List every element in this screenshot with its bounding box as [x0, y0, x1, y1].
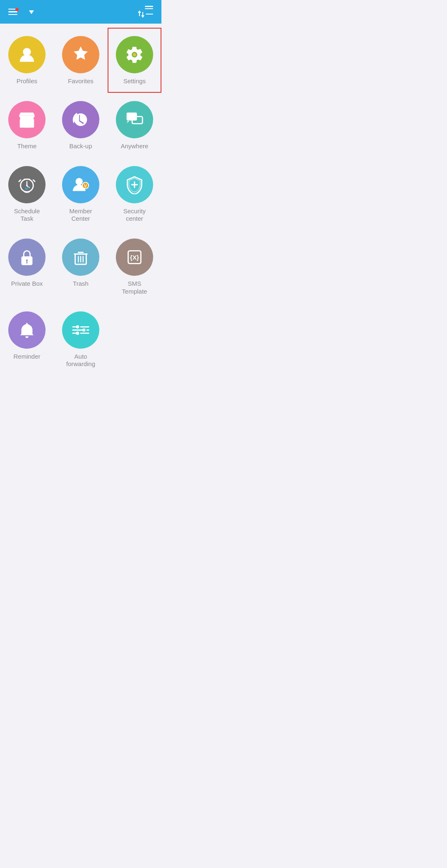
svg-point-14	[76, 178, 83, 185]
reminder-label: Reminder	[13, 353, 40, 361]
security-center-label: Securitycenter	[123, 207, 146, 223]
sort-arrows	[138, 10, 153, 18]
menu-item-trash[interactable]: Trash	[54, 230, 108, 303]
backup-icon	[62, 101, 99, 138]
menu-item-security-center[interactable]: Securitycenter	[108, 158, 161, 231]
anywhere-icon	[116, 101, 153, 138]
schedule-task-icon	[8, 166, 46, 203]
menu-item-anywhere[interactable]: Anywhere	[108, 93, 161, 158]
hamburger-menu-button[interactable]	[8, 9, 17, 15]
schedule-task-label: ScheduleTask	[14, 207, 40, 223]
menu-item-backup[interactable]: Back-up	[54, 93, 108, 158]
menu-item-schedule-task[interactable]: ScheduleTask	[0, 158, 54, 231]
favorites-label: Favorites	[68, 77, 94, 85]
private-box-label: Private Box	[11, 280, 43, 288]
trash-label: Trash	[73, 280, 89, 288]
svg-text:{X}: {X}	[130, 254, 139, 261]
menu-grid: ProfilesFavoritesSettingsThemeBack-upAny…	[0, 24, 161, 380]
svg-point-13	[26, 185, 28, 186]
svg-text:V: V	[84, 183, 87, 188]
menu-item-profiles[interactable]: Profiles	[0, 28, 54, 93]
menu-item-theme[interactable]: Theme	[0, 93, 54, 158]
sms-template-label: SMSTemplate	[122, 280, 147, 296]
trash-icon	[62, 239, 99, 276]
notification-dot	[15, 8, 19, 11]
security-center-icon	[116, 166, 153, 203]
member-center-label: MemberCenter	[69, 207, 92, 223]
member-center-icon: V	[62, 166, 99, 203]
theme-icon	[8, 101, 46, 138]
menu-item-favorites[interactable]: Favorites	[54, 28, 108, 93]
menu-item-reminder[interactable]: Reminder	[0, 303, 54, 376]
menu-item-auto-forwarding[interactable]: Autoforwarding	[54, 303, 108, 376]
favorites-icon	[62, 36, 99, 73]
anywhere-label: Anywhere	[121, 142, 149, 150]
hamburger-line	[8, 11, 17, 12]
sort-line	[145, 8, 153, 10]
hamburger-line	[8, 14, 17, 15]
reminder-icon	[8, 311, 46, 349]
menu-item-member-center[interactable]: VMemberCenter	[54, 158, 108, 231]
sort-button[interactable]	[138, 6, 153, 18]
svg-rect-8	[24, 122, 29, 128]
sort-arrows-icon	[138, 10, 144, 18]
app-header	[0, 0, 161, 24]
svg-marker-1	[141, 15, 144, 18]
svg-rect-4	[146, 14, 153, 14]
auto-forwarding-label: Autoforwarding	[66, 353, 95, 369]
backup-label: Back-up	[69, 142, 92, 150]
svg-point-9	[73, 117, 75, 119]
svg-marker-0	[138, 10, 141, 13]
menu-item-sms-template[interactable]: {X}SMSTemplate	[108, 230, 161, 303]
menu-item-settings[interactable]: Settings	[108, 28, 161, 93]
svg-point-6	[133, 53, 136, 56]
sort-line-icon	[146, 14, 153, 14]
theme-label: Theme	[17, 142, 37, 150]
header-left	[8, 9, 34, 15]
profiles-label: Profiles	[17, 77, 37, 85]
profiles-icon	[8, 36, 46, 73]
settings-icon	[116, 36, 153, 73]
sms-template-icon: {X}	[116, 239, 153, 276]
settings-label: Settings	[123, 77, 146, 85]
menu-item-private-box[interactable]: Private Box	[0, 230, 54, 303]
private-box-icon	[8, 239, 46, 276]
sort-line	[145, 6, 153, 7]
dropdown-arrow-icon[interactable]	[29, 10, 34, 14]
auto-forwarding-icon	[62, 311, 99, 349]
